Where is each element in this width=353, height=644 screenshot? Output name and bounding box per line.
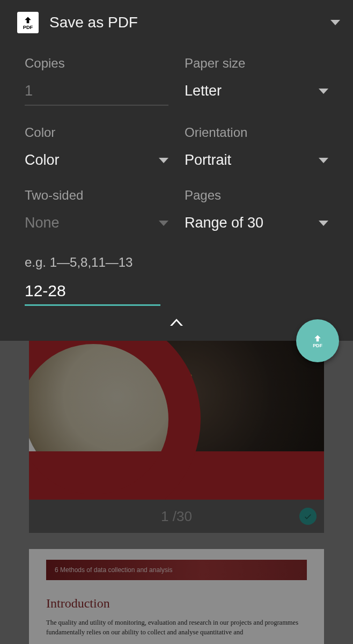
chevron-up-icon <box>170 319 183 326</box>
color-field[interactable]: Color Color <box>25 125 168 169</box>
destination-label: Save as PDF <box>49 14 330 31</box>
pdf-file-icon: PDF <box>17 12 39 33</box>
chevron-down-icon <box>319 158 328 163</box>
print-settings-panel: PDF Save as PDF Copies Paper size Letter… <box>0 0 353 341</box>
page-2-header-bar: 6 Methods of data collection and analysi… <box>46 560 307 580</box>
chevron-down-icon <box>330 20 340 25</box>
chevron-down-icon <box>159 221 168 226</box>
page-counter-text: 1 /30 <box>161 508 192 525</box>
page-range-input[interactable] <box>25 282 160 306</box>
copies-field: Copies <box>25 56 168 106</box>
page-range-block: e.g. 1—5,8,11—13 <box>0 251 185 311</box>
orientation-label: Orientation <box>185 125 328 140</box>
pages-value: Range of 30 <box>185 215 263 231</box>
page-2-body: The quality and utility of monitoring, e… <box>46 618 307 637</box>
color-value: Color <box>25 152 60 169</box>
paper-size-value: Letter <box>185 83 222 99</box>
orientation-value: Portrait <box>185 152 231 169</box>
chevron-down-icon <box>319 221 328 226</box>
pages-label: Pages <box>185 188 328 203</box>
paper-size-field[interactable]: Paper size Letter <box>185 56 328 106</box>
destination-row[interactable]: PDF Save as PDF <box>0 0 353 43</box>
page-selected-check-icon[interactable] <box>299 508 317 525</box>
two-sided-label: Two-sided <box>25 188 168 203</box>
color-label: Color <box>25 125 168 140</box>
page-2-heading: Introduction <box>46 596 307 611</box>
copies-input[interactable] <box>25 83 168 106</box>
paper-size-label: Paper size <box>185 56 328 71</box>
copies-label: Copies <box>25 56 168 71</box>
page-counter-bar: 1 /30 <box>29 500 324 533</box>
chevron-down-icon <box>319 89 328 94</box>
two-sided-field: Two-sided None <box>25 188 168 231</box>
svg-text:PDF: PDF <box>23 25 33 30</box>
page-range-hint: e.g. 1—5,8,11—13 <box>25 255 160 270</box>
preview-page-1[interactable] <box>29 341 324 500</box>
preview-page-2[interactable]: 6 Methods of data collection and analysi… <box>29 549 324 644</box>
pages-field[interactable]: Pages Range of 30 <box>185 188 328 231</box>
orientation-field[interactable]: Orientation Portrait <box>185 125 328 169</box>
collapse-panel-button[interactable] <box>0 311 353 326</box>
print-preview-area: PDF 1 /30 6 Methods of data collection a… <box>0 341 353 644</box>
two-sided-value: None <box>25 215 60 231</box>
svg-text:PDF: PDF <box>313 343 322 348</box>
save-pdf-fab[interactable]: PDF <box>296 319 339 362</box>
chevron-down-icon <box>159 158 168 163</box>
